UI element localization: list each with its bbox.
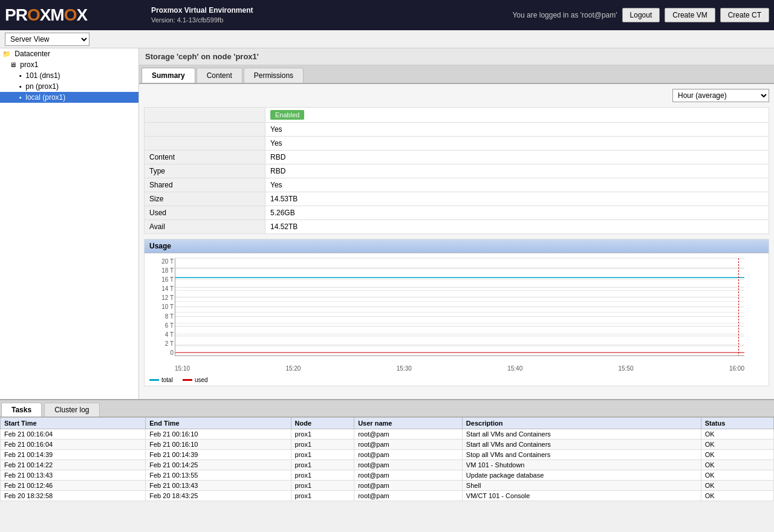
table-row: Feb 21 00:14:39 Feb 21 00:14:39 prox1 ro… [1, 450, 774, 460]
y-label: 8 T [145, 313, 174, 320]
cell-status: OK [701, 481, 773, 491]
cell-status: OK [701, 440, 773, 450]
col-description: Description [462, 418, 701, 429]
dropdown-row: Hour (average) Minute (average) Day (ave… [144, 89, 769, 102]
cell-value: 5.26GB [265, 206, 769, 220]
table-row: Used 5.26GB [145, 206, 769, 220]
cell-start-time: Feb 21 00:16:04 [1, 440, 146, 450]
cell-label: Content [145, 151, 265, 164]
cell-label: Shared [145, 178, 265, 192]
x-label: 16:00 [729, 365, 744, 372]
cell-node: prox1 [291, 440, 354, 450]
x-label: 15:30 [397, 365, 412, 372]
legend-label-used: used [195, 377, 208, 383]
cell-label: Used [145, 206, 265, 220]
chart-area [175, 258, 744, 356]
cell-label: Avail [145, 220, 265, 234]
cell-status: OK [701, 491, 773, 501]
tasks-scroll[interactable]: Start Time End Time Node User name Descr… [0, 417, 774, 532]
cell-value: 14.52TB [265, 220, 769, 234]
cell-value: RBD [265, 151, 769, 164]
tasks-table: Start Time End Time Node User name Descr… [0, 417, 774, 501]
status-badge: Enabled [270, 110, 304, 120]
tab-content[interactable]: Content [197, 68, 242, 83]
cell-label: Size [145, 192, 265, 206]
x-axis-labels: 15:10 15:20 15:30 15:40 15:50 16:00 [175, 365, 744, 372]
time-range-select[interactable]: Hour (average) Minute (average) Day (ave… [672, 89, 769, 102]
table-row: Content RBD [145, 151, 769, 164]
sidebar-item-local[interactable]: ▪ local (prox1) [0, 92, 138, 103]
table-row: Feb 21 00:12:46 Feb 21 00:13:43 prox1 ro… [1, 481, 774, 491]
table-row: Feb 21 00:13:43 Feb 21 00:13:55 prox1 ro… [1, 470, 774, 481]
cell-value: 14.53TB [265, 192, 769, 206]
table-row: Enabled [145, 108, 769, 123]
cell-user: root@pam [354, 470, 463, 481]
legend-item-used: used [183, 377, 208, 383]
tab-tasks[interactable]: Tasks [1, 403, 42, 417]
vm-icon: ▪ [19, 72, 22, 79]
legend-color-total [149, 379, 159, 381]
user-info-text: You are logged in as 'root@pam' [512, 11, 617, 19]
tab-permissions[interactable]: Permissions [244, 68, 304, 83]
cell-value: RBD [265, 164, 769, 178]
sidebar-item-101[interactable]: ▪ 101 (dns1) [0, 70, 138, 81]
cell-label: Type [145, 164, 265, 178]
content-area: Storage 'ceph' on node 'prox1' Summary C… [139, 48, 774, 399]
table-row: Shared Yes [145, 178, 769, 192]
cell-status: OK [701, 450, 773, 460]
summary-content: Hour (average) Minute (average) Day (ave… [139, 84, 774, 399]
sidebar-datacenter-label: Datacenter [15, 50, 50, 58]
sidebar-item-pn[interactable]: ▪ pn (prox1) [0, 81, 138, 92]
tasks-header-row: Start Time End Time Node User name Descr… [1, 418, 774, 429]
y-label: 4 T [145, 331, 174, 338]
app-logo: PROXMOX [5, 5, 87, 25]
cell-start-time: Feb 21 00:14:22 [1, 460, 146, 470]
chart-svg [175, 258, 744, 355]
app-info: Proxmox Virtual Environment Version: 4.1… [151, 5, 505, 25]
create-vm-button[interactable]: Create VM [665, 8, 715, 22]
y-label: 16 T [145, 276, 174, 283]
cell-node: prox1 [291, 460, 354, 470]
logout-button[interactable]: Logout [622, 8, 660, 22]
col-end-time: End Time [146, 418, 291, 429]
folder-icon: 📁 [2, 50, 11, 57]
info-table: Enabled Yes Yes Content RBD [144, 107, 769, 234]
cell-status: OK [701, 429, 773, 440]
table-row: Yes [145, 137, 769, 151]
y-label: 12 T [145, 294, 174, 301]
col-user-name: User name [354, 418, 463, 429]
cell-user: root@pam [354, 450, 463, 460]
server-view-select[interactable]: Server View [5, 33, 89, 46]
create-ct-button[interactable]: Create CT [720, 8, 769, 22]
cell-desc: VM 101 - Shutdown [462, 460, 701, 470]
y-label: 20 T [145, 258, 174, 265]
cell-status: OK [701, 460, 773, 470]
cell-node: prox1 [291, 481, 354, 491]
table-row: Yes [145, 123, 769, 137]
cell-value: Enabled [265, 108, 769, 123]
y-label: 0 [145, 349, 174, 356]
table-row: Avail 14.52TB [145, 220, 769, 234]
sidebar-local-label: local (prox1) [25, 93, 65, 102]
cell-desc: Start all VMs and Containers [462, 440, 701, 450]
tabs-bar: Summary Content Permissions [139, 65, 774, 84]
bottom-panel: Tasks Cluster log Start Time End Time No… [0, 399, 774, 532]
y-axis-labels: 20 T 18 T 16 T 14 T 12 T 10 T 8 T 6 T 4 … [145, 258, 174, 356]
cell-start-time: Feb 21 00:16:04 [1, 429, 146, 440]
tab-cluster-log[interactable]: Cluster log [44, 403, 99, 417]
cell-label [145, 108, 265, 123]
user-area: You are logged in as 'root@pam' Logout C… [512, 8, 769, 22]
cell-status: OK [701, 470, 773, 481]
cell-label [145, 123, 265, 137]
cell-desc: Shell [462, 481, 701, 491]
server-view-bar: Server View [0, 30, 774, 48]
sidebar-item-datacenter[interactable]: 📁 Datacenter [0, 48, 138, 59]
cell-start-time: Feb 21 00:13:43 [1, 470, 146, 481]
sidebar-item-prox1[interactable]: 🖥 prox1 [0, 59, 138, 70]
server-icon: 🖥 [10, 61, 16, 68]
sidebar-prox1-label: prox1 [20, 60, 38, 69]
col-node: Node [291, 418, 354, 429]
tab-summary[interactable]: Summary [141, 68, 195, 83]
cell-start-time: Feb 21 00:14:39 [1, 450, 146, 460]
y-label: 18 T [145, 267, 174, 274]
